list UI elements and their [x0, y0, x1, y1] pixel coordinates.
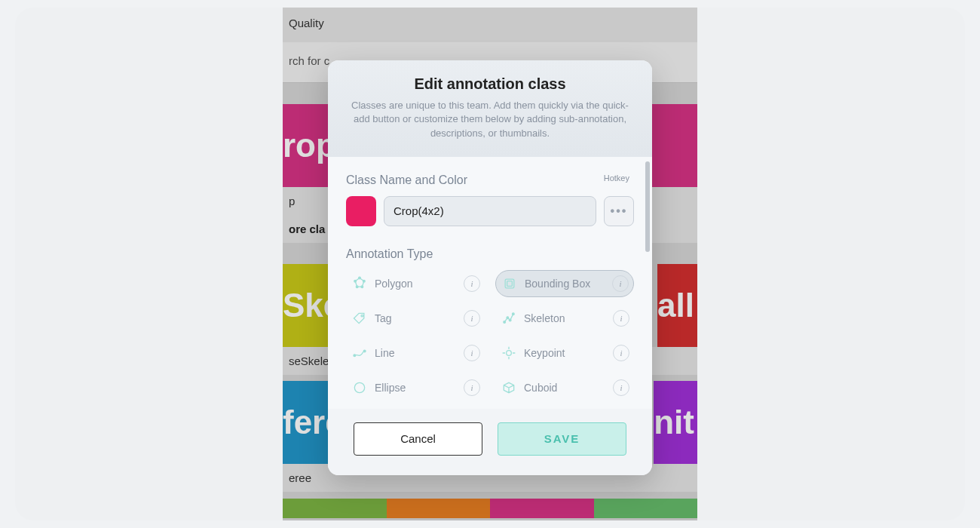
svg-point-1: [363, 280, 366, 282]
cuboid-icon: [501, 380, 516, 395]
edit-class-modal: Edit annotation class Classes are unique…: [328, 60, 652, 475]
type-tag[interactable]: Tag i: [346, 305, 485, 332]
type-label: Tag: [375, 312, 456, 324]
polygon-icon: [352, 276, 367, 291]
keypoint-icon: [501, 345, 516, 361]
svg-point-11: [513, 313, 515, 315]
cancel-button[interactable]: Cancel: [354, 422, 482, 456]
modal-subtitle: Classes are unique to this team. Add the…: [351, 99, 629, 140]
svg-point-13: [363, 350, 366, 352]
svg-point-9: [507, 317, 509, 319]
info-icon[interactable]: i: [464, 345, 480, 361]
type-polygon[interactable]: Polygon i: [346, 270, 485, 297]
svg-point-10: [509, 319, 511, 321]
info-icon[interactable]: i: [464, 379, 480, 396]
svg-point-8: [504, 321, 506, 323]
modal-body: Hotkey Class Name and Color ••• Annotati…: [328, 157, 652, 409]
ellipse-icon: [352, 380, 367, 395]
type-cuboid[interactable]: Cuboid i: [495, 374, 634, 401]
type-skeleton[interactable]: Skeleton i: [495, 305, 634, 332]
info-icon[interactable]: i: [613, 345, 629, 361]
hotkey-heading: Hotkey: [604, 173, 629, 183]
svg-point-3: [356, 286, 358, 288]
info-icon[interactable]: i: [464, 310, 480, 327]
type-label: Polygon: [375, 278, 456, 290]
type-label: Line: [375, 347, 456, 359]
save-button[interactable]: SAVE: [498, 422, 626, 456]
svg-point-14: [507, 350, 512, 355]
svg-point-4: [354, 280, 357, 282]
type-label: Cuboid: [524, 382, 605, 394]
modal-title: Edit annotation class: [351, 75, 629, 93]
info-icon[interactable]: i: [613, 310, 629, 327]
type-label: Keypoint: [524, 347, 605, 359]
scrollbar[interactable]: [645, 161, 650, 252]
type-label: Ellipse: [375, 382, 456, 394]
line-icon: [352, 345, 367, 361]
svg-point-12: [354, 355, 356, 357]
annotation-type-grid: Polygon i Bounding Box i Tag i Skeleton: [346, 270, 634, 401]
info-icon[interactable]: i: [613, 379, 629, 396]
svg-rect-6: [507, 281, 513, 286]
svg-point-0: [359, 277, 361, 279]
class-name-input[interactable]: [384, 196, 596, 226]
hotkey-button[interactable]: •••: [604, 196, 634, 226]
tag-icon: [352, 311, 367, 326]
type-label: Skeleton: [524, 312, 605, 324]
section-annotation-type: Annotation Type: [346, 247, 634, 261]
type-ellipse[interactable]: Ellipse i: [346, 374, 485, 401]
svg-rect-5: [505, 279, 514, 288]
bounding-box-icon: [502, 276, 517, 291]
info-icon[interactable]: i: [464, 275, 480, 292]
type-keypoint[interactable]: Keypoint i: [495, 339, 634, 367]
skeleton-icon: [501, 311, 516, 326]
type-bounding-box[interactable]: Bounding Box i: [495, 270, 634, 297]
modal-footer: Cancel SAVE: [328, 409, 652, 475]
type-label: Bounding Box: [525, 278, 605, 290]
svg-point-15: [354, 382, 364, 392]
class-color-swatch[interactable]: [346, 196, 376, 226]
svg-point-2: [361, 286, 363, 288]
svg-point-7: [361, 315, 363, 317]
type-line[interactable]: Line i: [346, 339, 485, 367]
info-icon[interactable]: i: [612, 275, 629, 292]
section-name-color: Class Name and Color: [346, 173, 634, 187]
modal-header: Edit annotation class Classes are unique…: [328, 60, 652, 157]
